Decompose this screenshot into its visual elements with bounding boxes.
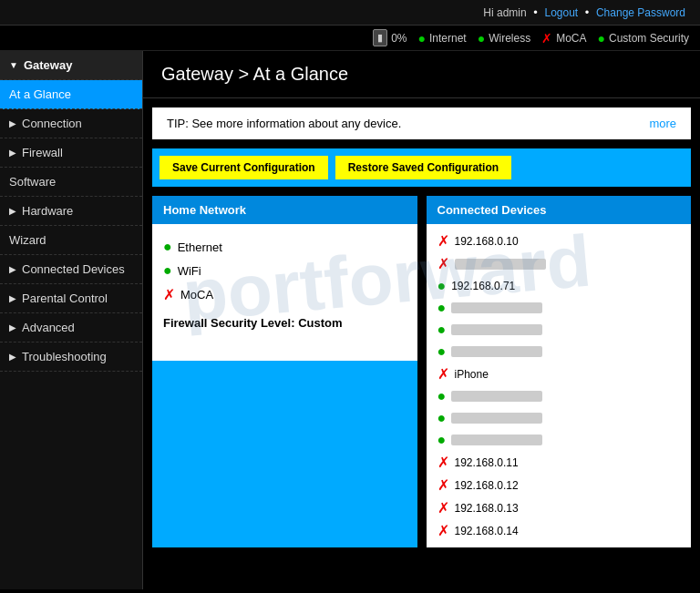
err-icon: ✗ [438, 232, 449, 250]
ok-icon: ● [438, 322, 447, 338]
sidebar: ▼ Gateway At a Glance ▶ Connection ▶ Fir… [0, 51, 143, 589]
chevron-right-icon: ▶ [9, 352, 16, 362]
home-network-card: Home Network ● Ethernet ● WiFi ✗ MoCA [152, 196, 417, 547]
list-item: ● [438, 385, 681, 407]
list-item: ● [438, 429, 681, 451]
list-item: ✗ iPhone [438, 363, 681, 385]
err-icon: ✗ [438, 365, 449, 383]
chevron-right-icon: ▶ [9, 206, 16, 216]
chevron-right-icon: ▶ [9, 148, 16, 158]
battery-status: ▮ 0% [373, 29, 407, 46]
tip-text: TIP: See more information about any devi… [167, 117, 401, 130]
tip-bar: TIP: See more information about any devi… [152, 107, 691, 139]
connected-devices-list: ✗ 192.168.0.10 ✗ ● 192.168.0.71 ● [427, 224, 692, 547]
ok-icon: ● [438, 432, 447, 448]
list-item: ● 192.168.0.71 [438, 275, 681, 297]
cards-row: Home Network ● Ethernet ● WiFi ✗ MoCA [152, 196, 691, 547]
moca-home-status: ✗ MoCA [163, 282, 407, 307]
logout-link[interactable]: Logout [544, 6, 578, 19]
chevron-right-icon: ▶ [9, 293, 16, 303]
list-item: ● [438, 341, 681, 363]
connected-devices-card: Connected Devices ✗ 192.168.0.10 ✗ ● 1 [427, 196, 692, 547]
list-item: ● [438, 407, 681, 429]
chevron-right-icon: ▶ [9, 322, 16, 332]
greeting: Hi admin [483, 6, 526, 19]
more-link[interactable]: more [649, 117, 676, 130]
sidebar-item-connected-devices[interactable]: ▶ Connected Devices [0, 255, 142, 284]
main-content: Gateway > At a Glance TIP: See more info… [143, 51, 700, 589]
wifi-status: ● WiFi [163, 259, 407, 282]
chevron-right-icon: ▶ [9, 118, 16, 128]
page-title: Gateway > At a Glance [161, 64, 682, 85]
ethernet-status: ● Ethernet [163, 235, 407, 259]
list-item: ✗ 192.168.0.11 [438, 451, 681, 474]
ok-icon: ● [163, 239, 172, 255]
chevron-down-icon: ▼ [9, 60, 18, 70]
status-bar: ▮ 0% ● Internet ● Wireless ✗ MoCA ● Cust… [0, 26, 700, 51]
ok-icon: ● [438, 300, 447, 316]
sidebar-item-gateway[interactable]: ▼ Gateway [0, 51, 142, 80]
err-icon: ✗ [438, 255, 449, 272]
wireless-status: ● Wireless [478, 31, 530, 46]
ok-icon: ● [438, 388, 447, 404]
sidebar-item-connection[interactable]: ▶ Connection [0, 109, 142, 138]
sidebar-item-advanced[interactable]: ▶ Advanced [0, 313, 142, 343]
list-item: ● [438, 297, 681, 319]
sidebar-item-parental-control[interactable]: ▶ Parental Control [0, 284, 142, 313]
err-icon: ✗ [163, 286, 175, 303]
top-bar: Hi admin • Logout • Change Password [0, 0, 700, 26]
home-network-body: ● Ethernet ● WiFi ✗ MoCA Firewall Secu [152, 224, 417, 361]
sidebar-item-software[interactable]: Software [0, 168, 142, 197]
list-item: ✗ 192.168.0.14 [438, 519, 681, 542]
list-item: ✗ [438, 252, 681, 275]
err-icon: ✗ [438, 522, 449, 539]
list-item: ✗ 192.168.0.12 [438, 474, 681, 496]
change-password-link[interactable]: Change Password [596, 6, 685, 19]
sidebar-item-wizard[interactable]: Wizard [0, 226, 142, 255]
ok-icon: ● [438, 343, 447, 360]
action-row: Save Current Configuration Restore Saved… [152, 148, 691, 187]
sidebar-item-firewall[interactable]: ▶ Firewall [0, 138, 142, 168]
ok-icon: ● [438, 278, 447, 294]
list-item: ✗ 192.168.0.13 [438, 496, 681, 519]
connected-devices-header: Connected Devices [427, 196, 692, 224]
page-header: Gateway > At a Glance [143, 51, 700, 98]
list-item: ● [438, 319, 681, 341]
err-icon: ✗ [438, 454, 449, 471]
sidebar-item-hardware[interactable]: ▶ Hardware [0, 197, 142, 226]
list-item: ✗ 192.168.0.10 [438, 230, 681, 252]
home-network-header: Home Network [152, 196, 417, 224]
firewall-security-level: Firewall Security Level: Custom [163, 316, 407, 330]
ok-icon: ● [438, 410, 447, 426]
internet-status: ● Internet [418, 31, 467, 46]
custom-security-status: ● Custom Security [598, 31, 690, 46]
err-icon: ✗ [438, 476, 449, 494]
chevron-right-icon: ▶ [9, 264, 16, 274]
sidebar-item-troubleshooting[interactable]: ▶ Troubleshooting [0, 343, 142, 372]
err-icon: ✗ [438, 499, 449, 516]
ok-icon: ● [163, 262, 172, 279]
sidebar-item-at-a-glance[interactable]: At a Glance [0, 80, 142, 109]
save-config-button[interactable]: Save Current Configuration [160, 156, 328, 179]
restore-config-button[interactable]: Restore Saved Configuration [335, 156, 511, 179]
moca-status: ✗ MoCA [541, 31, 586, 46]
